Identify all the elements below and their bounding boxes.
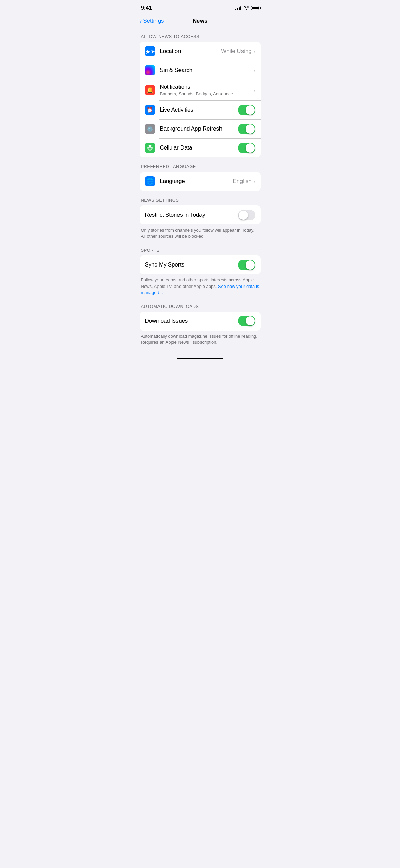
live-activities-toggle[interactable] [238,105,255,115]
downloads-footer: Automatically download magazine issues f… [140,331,261,347]
notifications-row[interactable]: 🔔 Notifications Banners, Sounds, Badges,… [140,80,261,100]
sports-footer-link[interactable]: See how your data is managed... [141,284,259,295]
cellular-data-row: Cellular Data [140,138,261,157]
background-refresh-row: ⚙️ Background App Refresh [140,119,261,138]
language-value: English [233,178,252,185]
sports-card: Sync My Sports [140,255,261,274]
allow-access-card: ➤ Location While Using › Siri & Search ›… [140,42,261,157]
downloads-card: Download Issues [140,312,261,331]
restrict-stories-toggle[interactable] [238,210,255,220]
home-bar [177,358,223,359]
siri-row[interactable]: Siri & Search › [140,61,261,80]
signal-icon [235,6,241,10]
sync-sports-row: Sync My Sports [140,255,261,274]
section-header-language: PREFERRED LANGUAGE [140,164,261,169]
language-card: 🌐 Language English › [140,172,261,191]
news-settings-footer: Only stories from channels you follow wi… [140,224,261,241]
cellular-data-label: Cellular Data [160,144,238,151]
home-indicator [134,350,266,362]
status-time: 9:41 [141,5,152,12]
location-row[interactable]: ➤ Location While Using › [140,42,261,61]
wifi-icon [244,5,249,11]
section-header-sports: SPORTS [140,248,261,253]
location-icon: ➤ [145,46,155,56]
siri-chevron: › [254,67,255,73]
nav-bar: ‹ Settings News [134,15,266,28]
live-activities-label: Live Activities [160,106,238,113]
notifications-label: Notifications [160,84,254,91]
cellular-data-toggle[interactable] [238,143,255,153]
sports-footer: Follow your teams and other sports inter… [140,274,261,297]
back-chevron-icon: ‹ [140,18,142,24]
status-bar: 9:41 [134,0,266,15]
news-settings-card: Restrict Stories in Today [140,205,261,224]
section-header-news-settings: NEWS SETTINGS [140,198,261,203]
live-activities-icon: ⏰ [145,105,155,115]
siri-label: Siri & Search [160,67,254,74]
language-row[interactable]: 🌐 Language English › [140,172,261,191]
page-title: News [193,18,207,24]
download-issues-row: Download Issues [140,312,261,331]
location-chevron: › [254,48,255,54]
notifications-icon: 🔔 [145,85,155,95]
live-activities-row: ⏰ Live Activities [140,100,261,119]
section-header-allow-access: ALLOW NEWS TO ACCESS [140,34,261,39]
language-label: Language [160,178,233,185]
location-label: Location [160,48,221,55]
background-refresh-toggle[interactable] [238,124,255,134]
notifications-chevron: › [254,87,255,93]
status-icons [235,5,259,11]
sync-sports-toggle[interactable] [238,260,255,270]
battery-icon [251,6,259,10]
download-issues-toggle[interactable] [238,316,255,326]
location-value: While Using [221,48,252,55]
download-issues-label: Download Issues [145,318,238,324]
restrict-stories-row: Restrict Stories in Today [140,205,261,224]
sync-sports-label: Sync My Sports [145,261,238,268]
siri-icon [145,65,155,75]
background-refresh-icon: ⚙️ [145,124,155,134]
background-refresh-label: Background App Refresh [160,125,238,132]
language-chevron: › [254,179,255,184]
back-label: Settings [143,18,164,24]
back-button[interactable]: ‹ Settings [140,18,164,24]
notifications-sublabel: Banners, Sounds, Badges, Announce [160,91,254,96]
section-header-downloads: AUTOMATIC DOWNLOADS [140,304,261,309]
language-icon: 🌐 [145,176,155,186]
restrict-stories-label: Restrict Stories in Today [145,212,238,218]
cellular-data-icon [145,143,155,153]
settings-content: ALLOW NEWS TO ACCESS ➤ Location While Us… [134,28,266,350]
